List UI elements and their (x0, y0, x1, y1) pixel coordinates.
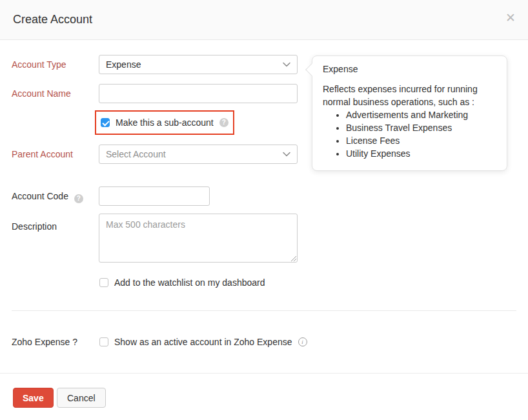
chevron-down-icon (283, 62, 290, 67)
watchlist-row: Add to the watchlist on my dashboard (99, 277, 265, 288)
resize-handle-icon[interactable] (290, 255, 296, 261)
create-account-modal: Create Account ✕ Account Type Expense Ac… (0, 0, 528, 420)
description-textarea[interactable] (99, 214, 298, 263)
footer-divider (0, 373, 528, 374)
info-panel-bullet-list: Advertisements and Marketing Business Tr… (323, 108, 496, 160)
close-icon[interactable]: ✕ (503, 11, 518, 25)
section-divider (12, 310, 516, 311)
description-label: Description (12, 221, 97, 232)
account-code-label: Account Code ? (12, 191, 97, 203)
description-field-wrap (99, 214, 298, 263)
cancel-button[interactable]: Cancel (57, 388, 106, 408)
account-code-help-icon[interactable]: ? (74, 194, 83, 203)
account-type-info-panel: Expense Reflects expenses incurred for r… (312, 55, 507, 171)
account-type-label: Account Type (12, 59, 97, 70)
account-code-label-text: Account Code (12, 191, 68, 201)
watchlist-checkbox[interactable] (99, 278, 108, 287)
page-title: Create Account (13, 13, 92, 26)
zoho-expense-checkbox-label[interactable]: Show as an active account in Zoho Expens… (114, 337, 292, 347)
parent-account-label: Parent Account (12, 149, 97, 159)
account-type-value: Expense (106, 59, 141, 70)
tooltip-arrow (305, 63, 318, 76)
chevron-down-icon (283, 152, 290, 157)
account-name-label: Account Name (12, 88, 97, 99)
info-bullet: Business Travel Expenses (346, 121, 496, 134)
watchlist-label[interactable]: Add to the watchlist on my dashboard (114, 277, 265, 288)
parent-account-select[interactable]: Select Account (99, 145, 298, 164)
account-name-input[interactable] (99, 84, 298, 103)
info-bullet: License Fees (346, 134, 496, 147)
info-bullet: Advertisements and Marketing (346, 108, 496, 121)
save-button[interactable]: Save (13, 388, 54, 408)
parent-account-placeholder: Select Account (106, 149, 166, 159)
sub-account-checkbox[interactable] (101, 118, 110, 127)
info-panel-description: Reflects expenses incurred for running n… (323, 83, 494, 108)
zoho-expense-label: Zoho Expense ? (12, 337, 97, 347)
modal-header: Create Account (0, 0, 528, 40)
info-bullet: Utility Expenses (346, 147, 496, 160)
account-type-select[interactable]: Expense (99, 55, 298, 74)
sub-account-label[interactable]: Make this a sub-account (116, 117, 214, 128)
sub-account-help-icon[interactable]: ? (219, 118, 228, 127)
sub-account-highlight-box: Make this a sub-account ? (95, 110, 234, 135)
zoho-expense-info-icon[interactable]: i (298, 337, 307, 346)
zoho-expense-checkbox[interactable] (99, 337, 108, 346)
account-code-input[interactable] (99, 186, 210, 206)
zoho-expense-row: Show as an active account in Zoho Expens… (99, 337, 307, 347)
info-panel-title: Expense (323, 64, 496, 74)
